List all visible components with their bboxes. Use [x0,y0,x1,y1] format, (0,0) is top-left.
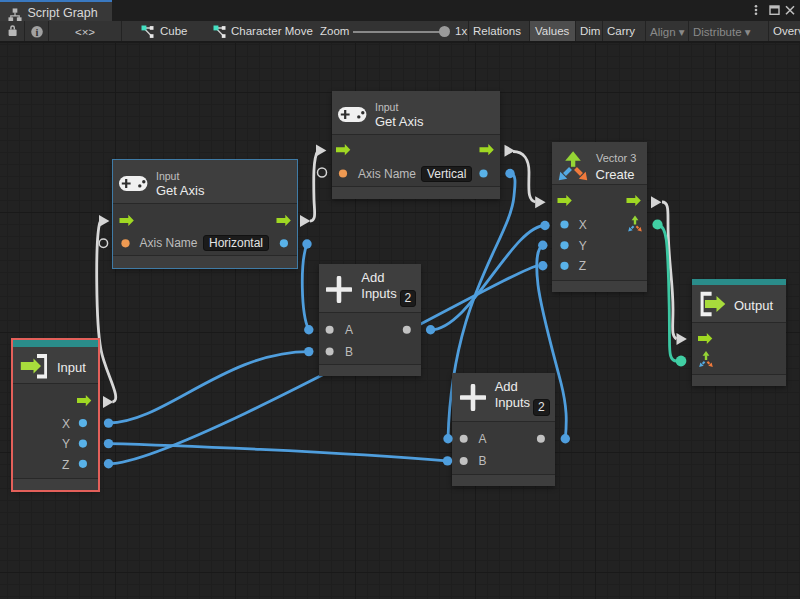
svg-text:<×>: <×> [75,26,95,38]
svg-text:i: i [36,27,39,38]
